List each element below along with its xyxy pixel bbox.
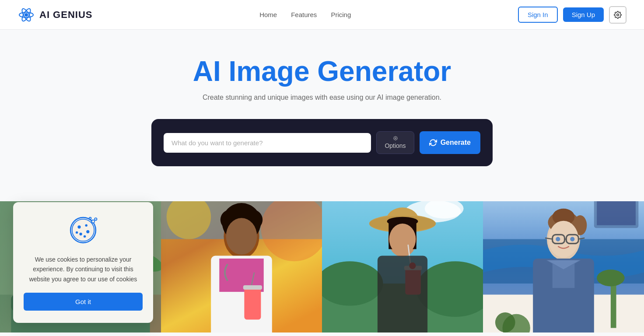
svg-point-79 (84, 235, 86, 238)
logo-text: AI GENIUS (39, 9, 92, 21)
options-gear-icon (392, 136, 399, 140)
svg-point-74 (72, 219, 94, 241)
nav-actions: Sign In Sign Up (518, 6, 626, 24)
svg-rect-30 (243, 285, 262, 290)
hero-section: AI Image Generator Create stunning and u… (0, 30, 644, 184)
generate-label: Generate (441, 139, 471, 147)
nav-pricing[interactable]: Pricing (331, 11, 351, 18)
settings-button[interactable] (609, 6, 626, 24)
refresh-icon (429, 139, 437, 147)
svg-point-75 (77, 225, 80, 228)
cookie-text: We use cookies to personalize your exper… (24, 255, 143, 284)
svg-rect-55 (611, 284, 616, 328)
svg-point-78 (79, 233, 82, 235)
svg-point-67 (556, 237, 560, 242)
svg-point-68 (570, 237, 574, 242)
svg-point-4 (617, 14, 619, 16)
options-label: Options (385, 142, 406, 149)
svg-point-72 (495, 312, 515, 332)
svg-point-0 (24, 13, 28, 17)
svg-point-82 (94, 218, 97, 220)
cookie-banner: We use cookies to personalize your exper… (13, 202, 153, 323)
generate-button[interactable]: Generate (420, 131, 480, 154)
svg-point-56 (597, 270, 624, 287)
hero-subtitle: Create stunning and unique images with e… (9, 94, 635, 102)
svg-point-26 (226, 218, 257, 255)
navbar: AI GENIUS Home Features Pricing Sign In … (0, 0, 644, 30)
svg-point-77 (86, 230, 89, 233)
got-it-button[interactable]: Got it (24, 293, 143, 311)
nav-links: Home Features Pricing (259, 11, 351, 18)
svg-rect-49 (378, 256, 427, 332)
cookie-icon (67, 214, 99, 246)
hero-title: AI Image Generator (9, 56, 635, 87)
generator-box: Options Generate (151, 119, 493, 166)
signup-button[interactable]: Sign Up (563, 7, 604, 22)
svg-point-44 (389, 224, 416, 255)
svg-point-80 (76, 231, 78, 234)
svg-rect-53 (597, 201, 636, 225)
logo[interactable]: AI GENIUS (18, 6, 92, 24)
svg-point-5 (395, 138, 396, 139)
signin-button[interactable]: Sign In (518, 7, 558, 23)
options-button[interactable]: Options (376, 131, 414, 154)
nav-home[interactable]: Home (259, 11, 277, 18)
prompt-input[interactable] (164, 133, 371, 153)
nav-features[interactable]: Features (291, 11, 317, 18)
gallery-image-3 (322, 201, 483, 332)
svg-point-83 (89, 217, 91, 220)
logo-icon (18, 6, 35, 24)
svg-rect-29 (244, 287, 261, 320)
svg-point-76 (85, 224, 88, 226)
gallery-image-2 (161, 201, 322, 332)
gear-icon (614, 11, 622, 19)
gallery-image-4 (483, 201, 644, 332)
